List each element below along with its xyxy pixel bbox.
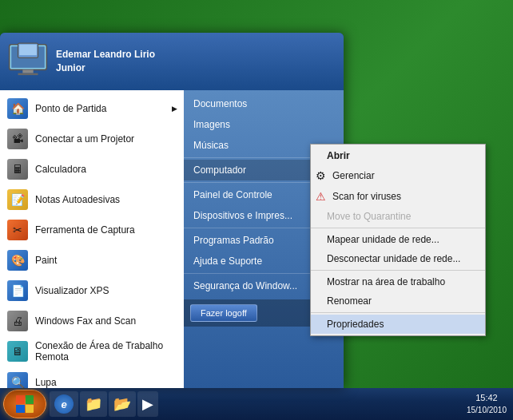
svg-rect-2 (22, 69, 33, 73)
ctx-item-gerenciar[interactable]: ⚙ Gerenciar (311, 165, 485, 186)
ctx-item-mostrar[interactable]: Mostrar na área de trabalho (311, 272, 485, 291)
ctx-item-quarantine: Move to Quarantine (311, 207, 485, 226)
notas-icon: 📝 (6, 188, 29, 211)
start-left-panel: 🏠 Ponto de Partida 📽 Conectar a um Proje… (0, 90, 184, 388)
start-menu-body: 🏠 Ponto de Partida 📽 Conectar a um Proje… (0, 90, 344, 388)
ie-icon: e (54, 394, 74, 414)
menu-item-lupa[interactable]: 🔍 Lupa (0, 367, 184, 388)
ctx-item-renomear[interactable]: Renomear (311, 291, 485, 311)
menu-item-paint[interactable]: 🎨 Paint (0, 245, 184, 275)
clock-time: 15:42 (467, 392, 507, 404)
context-menu: Abrir ⚙ Gerenciar ⚠ Scan for viruses Mov… (310, 144, 486, 336)
taskbar-items: e 📁 📂 ▶ (50, 391, 158, 417)
taskbar-ie[interactable]: e (50, 391, 78, 417)
menu-item-calc[interactable]: 🖩 Calculadora (0, 154, 184, 184)
user-avatar (8, 42, 48, 81)
taskbar-explorer[interactable]: 📁 (80, 391, 107, 417)
svg-rect-3 (18, 73, 38, 76)
av-icon: ⚠ (316, 190, 326, 203)
ctx-divider-2 (311, 270, 485, 271)
start-button[interactable] (3, 390, 46, 418)
start-menu: Edemar Leandro Lirio Junior 🏠 Ponto de P… (0, 33, 344, 388)
folder-icon: 📁 (85, 395, 102, 413)
taskbar-files[interactable]: 📂 (109, 391, 136, 417)
right-item-imagens[interactable]: Imagens (184, 114, 344, 135)
logoff-button[interactable]: Fazer logoff (190, 304, 257, 322)
ctx-item-mapear[interactable]: Mapear unidade de rede... (311, 230, 485, 249)
xps-icon: 📄 (6, 279, 29, 302)
taskbar: e 📁 📂 ▶ 15:42 15/10/2010 (0, 388, 513, 420)
menu-item-projetor[interactable]: 📽 Conectar a um Projetor (0, 124, 184, 154)
taskbar-clock: 15:42 15/10/2010 (460, 392, 513, 415)
lupa-icon: 🔍 (6, 371, 29, 388)
menu-item-captura[interactable]: ✂ Ferramenta de Captura (0, 215, 184, 245)
desktop: Edemar Leandro Lirio Junior 🏠 Ponto de P… (0, 0, 513, 420)
ponto-icon: 🏠 (6, 97, 29, 120)
menu-item-notas[interactable]: 📝 Notas Autoadesivas (0, 184, 184, 215)
gerenciar-icon: ⚙ (316, 169, 326, 182)
fax-icon: 🖨 (6, 310, 29, 332)
ctx-item-propriedades[interactable]: Propriedades (311, 315, 485, 334)
remoto-icon: 🖥 (6, 340, 29, 363)
ctx-item-abrir[interactable]: Abrir (311, 146, 485, 165)
calc-icon: 🖩 (6, 158, 29, 180)
ctx-divider-3 (311, 312, 485, 313)
captura-icon: ✂ (6, 219, 29, 241)
paint-icon: 🎨 (6, 249, 29, 271)
media-icon: ▶ (142, 395, 153, 413)
clock-date: 15/10/2010 (467, 405, 507, 416)
projetor-icon: 📽 (6, 128, 29, 150)
right-item-documentos[interactable]: Documentos (184, 93, 344, 114)
taskbar-media[interactable]: ▶ (137, 391, 158, 417)
start-left-top: 🏠 Ponto de Partida 📽 Conectar a um Proje… (0, 90, 184, 388)
menu-item-fax[interactable]: 🖨 Windows Fax and Scan (0, 306, 184, 336)
ctx-divider-1 (311, 228, 485, 228)
ctx-item-desconectar[interactable]: Desconectar unidade de rede... (311, 249, 485, 268)
menu-item-ponto[interactable]: 🏠 Ponto de Partida (0, 93, 184, 124)
menu-item-xps[interactable]: 📄 Visualizador XPS (0, 275, 184, 306)
user-name: Edemar Leandro Lirio Junior (56, 48, 155, 75)
start-menu-header: Edemar Leandro Lirio Junior (0, 33, 344, 90)
ctx-item-scan[interactable]: ⚠ Scan for viruses (311, 186, 485, 207)
svg-rect-5 (19, 45, 37, 55)
menu-item-remoto[interactable]: 🖥 Conexão de Área de TrabalhoRemota (0, 336, 184, 367)
folder2-icon: 📂 (113, 395, 131, 413)
